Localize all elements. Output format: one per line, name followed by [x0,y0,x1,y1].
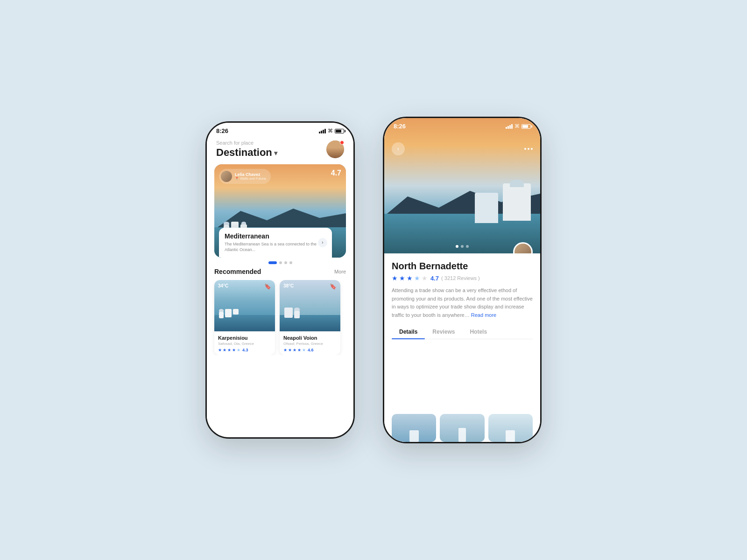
star-3: ★ [227,348,231,352]
dot-2[interactable] [279,261,282,264]
rec-card-2-image: 38°C 🔖 [280,280,340,331]
card-title: Mediterranean [225,232,326,240]
chevron-down-icon: ▾ [274,149,277,157]
star-r2-5: ★ [302,348,306,352]
signal-icon-right [506,124,513,129]
header-text: Search for place Destination ▾ [216,140,326,159]
rec-b1 [219,309,224,318]
gallery-row [384,409,540,442]
card-user-info: Lelia Chavez 📍 Wallis and Futuna [235,172,266,181]
rec-temp-1: 34°C [218,283,228,288]
recommended-cards: 34°C 🔖 Karpenisiou Safosad, Oia, Greece … [207,280,353,355]
rec-rating-1: 4.3 [242,348,248,352]
right-phone: 8:26 ⌘ ‹ [383,117,542,443]
left-phone-content: Search for place Destination ▾ [207,136,353,431]
wifi-icon: ⌘ [328,128,333,134]
thumb-building-1 [409,430,419,442]
card-arrow[interactable]: › [318,238,327,247]
destination-name: North Bernadette [392,261,533,272]
hero-dot-3[interactable] [466,245,469,248]
tab-details[interactable]: Details [392,325,425,339]
status-icons-right: ⌘ [506,123,531,129]
battery-icon [335,129,344,133]
more-link[interactable]: More [334,269,346,274]
hero-dot-1[interactable] [456,245,458,248]
rec-b5 [294,308,300,318]
info-overlay: Mediterranean The Mediterranean Sea is a… [219,228,332,258]
back-icon: ‹ [397,146,399,152]
battery-fill [336,130,341,133]
right-phone-content: 8:26 ⌘ ‹ [384,118,540,442]
card-user-location: 📍 Wallis and Futuna [235,177,266,181]
detail-rating-number: 4.7 [430,275,439,282]
signal-icon [319,129,326,133]
rec-card-1[interactable]: 34°C 🔖 Karpenisiou Safosad, Oia, Greece … [214,280,275,355]
back-button[interactable]: ‹ [392,142,405,155]
dot-1[interactable] [268,261,277,264]
time-right: 8:26 [394,123,406,130]
detail-reviews-count: ( 3212 Reviews ) [441,275,480,281]
detail-star-2: ★ [399,274,405,282]
star-2: ★ [223,348,226,352]
rec-temp-2: 38°C [283,283,294,288]
rec-card-1-name: Karpenisiou [218,335,271,341]
bookmark-icon-1[interactable]: 🔖 [264,283,271,290]
card-rating: 4.7 [331,169,341,177]
thumb-building-2 [458,428,466,442]
gallery-thumb-2[interactable] [440,414,484,442]
thumb-building-3 [506,430,515,442]
user-avatar-container[interactable] [326,140,344,158]
dot-3[interactable] [284,261,287,264]
detail-star-5: ★ [422,274,428,282]
rec-b4 [284,308,293,318]
detail-rating-row: ★ ★ ★ ★ ★ 4.7 ( 3212 Reviews ) [392,274,533,282]
battery-icon-right [521,124,531,129]
tab-reviews[interactable]: Reviews [425,325,462,339]
hero-carousel-dots [456,245,469,248]
gallery-thumb-3[interactable] [488,414,533,442]
status-bar-right: 8:26 ⌘ [384,118,540,132]
rec-card-1-image: 34°C 🔖 [214,280,275,331]
status-bar-left: 8:26 ⌘ [207,123,353,136]
star-1: ★ [218,348,222,352]
left-phone: 8:26 ⌘ Search for place Destination ▾ [205,121,355,439]
card-description: The Mediterranean Sea is a sea connected… [225,241,326,253]
hero-dot-2[interactable] [461,245,464,248]
more-dot-1 [524,148,526,150]
dot-4[interactable] [289,261,292,264]
star-4: ★ [232,348,236,352]
detail-section: North Bernadette ★ ★ ★ ★ ★ 4.7 ( 3212 Re… [384,253,540,409]
star-5: ★ [237,348,240,352]
detail-tabs: Details Reviews Hotels [392,325,533,339]
rec-buildings-1 [219,309,239,318]
star-r2-4: ★ [297,348,301,352]
rec-card-2-stars: ★ ★ ★ ★ ★ 4.6 [283,348,337,352]
more-menu[interactable] [524,148,533,150]
rec-card-1-info: Karpenisiou Safosad, Oia, Greece ★ ★ ★ ★… [214,331,275,355]
card-user-badge: Lelia Chavez 📍 Wallis and Futuna [219,169,271,184]
star-r2-3: ★ [293,348,296,352]
rec-card-2[interactable]: 38°C 🔖 Neapoli Voion Ofsasf, Perissa, Gr… [280,280,340,355]
read-more-link[interactable]: Read more [471,312,496,318]
star-r2-2: ★ [288,348,292,352]
rec-buildings-2 [284,308,300,318]
more-dot-3 [531,148,533,150]
detail-description: Attending a trade show can be a very eff… [392,287,533,319]
rec-rating-2: 4.6 [308,348,314,352]
hero-wall-2 [475,193,498,223]
rec-card-1-location: Safosad, Oia, Greece [218,342,271,346]
rec-card-1-stars: ★ ★ ★ ★ ★ 4.3 [218,348,271,352]
star-r2-1: ★ [283,348,287,352]
rec-card-2-location: Ofsasf, Perissa, Greece [283,342,337,346]
carousel-dots [207,261,353,264]
recommended-header: Recommended More [207,268,353,275]
bookmark-icon-2[interactable]: 🔖 [330,283,337,290]
hero-section: 8:26 ⌘ ‹ [384,118,540,253]
more-dot-2 [528,148,529,150]
wifi-icon-right: ⌘ [514,123,520,129]
rec-card-2-name: Neapoli Voion [283,335,337,341]
gallery-thumb-1[interactable] [392,414,436,442]
tab-hotels[interactable]: Hotels [462,325,494,339]
destination-title[interactable]: Destination ▾ [216,147,326,159]
featured-card[interactable]: Lelia Chavez 📍 Wallis and Futuna 4.7 Med… [214,164,346,258]
